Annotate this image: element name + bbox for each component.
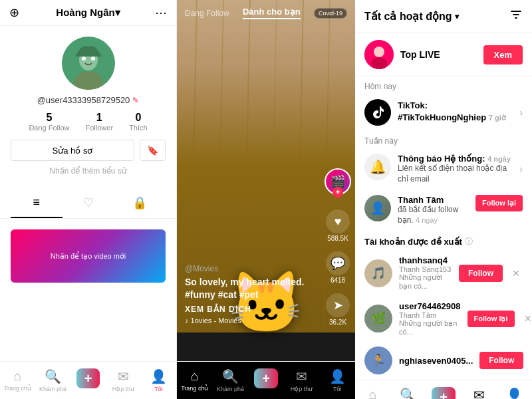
video-description: So lovely, my heart melted. #funny #cat … bbox=[185, 276, 307, 302]
bio-hint[interactable]: Nhấn để thêm tiểu sử bbox=[49, 166, 126, 176]
info-icon: ⓘ bbox=[465, 236, 473, 247]
suggest-sub-2: Thanh Tâm bbox=[399, 311, 461, 319]
arrow-icon: › bbox=[519, 164, 523, 174]
tiktok-notif-content: TikTok: #TikTokHuongNghiep 7 giờ bbox=[398, 99, 513, 123]
video-nav-create[interactable]: + bbox=[248, 366, 284, 395]
nav-home[interactable]: ⌂ Trang chủ bbox=[0, 366, 35, 395]
suggest-sub2-1: Những người bạn có... bbox=[399, 273, 452, 291]
bell-icon: 🔔 bbox=[364, 154, 391, 180]
suggestion-2: 🌿 user764462908 Thanh Tâm Những người bạ… bbox=[355, 296, 532, 341]
video-nav-explore[interactable]: 🔍 Khám phá bbox=[213, 366, 249, 395]
following-stat: 5 Đang Follow bbox=[29, 112, 69, 132]
svg-point-3 bbox=[82, 57, 86, 61]
inbox-icon: ✉ bbox=[473, 387, 485, 399]
covid-badge[interactable]: Covid-19 bbox=[314, 8, 347, 19]
follow-button-1[interactable]: Follow bbox=[459, 265, 503, 282]
notifications-bottom-nav: ⌂ Trang chủ 🔍 Khám phá + ✉ Hộp thư 👤 Tôi bbox=[355, 380, 532, 399]
comment-icon: 💬 bbox=[326, 251, 350, 275]
edit-profile-button[interactable]: Sửa hồ sơ bbox=[11, 140, 134, 161]
tab-for-you[interactable]: Dành cho bạn bbox=[243, 7, 301, 19]
suggested-title: Tài khoản được đề xuất bbox=[364, 237, 462, 247]
follow-button-3[interactable]: Follow bbox=[479, 352, 523, 369]
explore-label: Khám phá bbox=[39, 386, 66, 392]
tiktok-icon bbox=[364, 99, 391, 126]
notifications-title: Tất cả hoạt động ▾ bbox=[364, 10, 459, 23]
nav-profile[interactable]: 👤 Tôi bbox=[141, 366, 176, 395]
video-bottom-nav: ⌂ Trang chủ 🔍 Khám phá + ✉ Hộp thư 👤 Tôi bbox=[177, 361, 355, 399]
add-user-icon[interactable]: ⊕ bbox=[9, 5, 19, 20]
follow-back-button[interactable]: Follow lại bbox=[475, 195, 523, 211]
action-buttons: Sửa hồ sơ 🔖 bbox=[0, 140, 176, 161]
home-icon: ⌂ bbox=[369, 387, 377, 399]
video-nav-home[interactable]: ⌂ Trang chủ bbox=[177, 366, 213, 395]
notif-nav-create[interactable]: + bbox=[426, 384, 461, 399]
nav-create[interactable]: + bbox=[70, 366, 106, 395]
notifications-panel: Tất cả hoạt động ▾ Top LIVE Xem Hôm nay bbox=[355, 0, 532, 399]
notif-nav-home[interactable]: ⌂ Trang chủ bbox=[355, 384, 390, 399]
thanhtam-notif-content: Thanh Tâm đã bắt đầu follow bạn. 4 ngày bbox=[398, 195, 469, 225]
search-icon: 🔍 bbox=[222, 368, 239, 384]
create-video-banner[interactable]: Nhấn để tạo video mới bbox=[11, 229, 166, 283]
search-icon: 🔍 bbox=[400, 387, 416, 399]
comment-action[interactable]: 💬 6418 bbox=[326, 251, 350, 284]
home-icon: ⌂ bbox=[13, 368, 21, 384]
dismiss-button-2[interactable]: ✕ bbox=[521, 313, 532, 324]
video-nav-profile[interactable]: 👤 Tôi bbox=[319, 366, 355, 395]
filter-icon[interactable] bbox=[509, 8, 523, 25]
notif-nav-explore[interactable]: 🔍 Khám phá bbox=[390, 384, 426, 399]
create-icon: + bbox=[432, 387, 456, 399]
like-icon: ♥ bbox=[326, 209, 350, 233]
profile-panel: ⊕ Hoàng Ngân▾ ⋯ @user43333958729520 ✎ 5 … bbox=[0, 0, 177, 399]
video-panel: 🐱 Đang Follow Dành cho bạn Covid-19 @Mov… bbox=[177, 0, 355, 399]
suggest-name-3: nghiaseven0405... bbox=[399, 356, 473, 366]
video-music: ♪ 1ovies - Movies bbox=[185, 317, 307, 325]
video-actions: 🎬 + ♥ 588.5K 💬 6418 ➤ 36.2K bbox=[325, 168, 351, 326]
video-see-more[interactable]: XEM BẢN DỊCH bbox=[185, 305, 307, 314]
arrow-icon: › bbox=[519, 107, 523, 118]
like-action[interactable]: ♥ 588.5K bbox=[326, 209, 350, 242]
tab-following[interactable]: Đang Follow bbox=[185, 9, 229, 18]
video-creator-avatar[interactable]: 🎬 + bbox=[325, 168, 351, 195]
tiktok-notification[interactable]: TikTok: #TikTokHuongNghiep 7 giờ › bbox=[355, 94, 532, 131]
suggest-avatar-2: 🌿 bbox=[364, 305, 392, 332]
profile-label: Tôi bbox=[154, 386, 163, 392]
system-notif-text: Liên kết số điện thoại hoặc địa chỉ emai… bbox=[398, 164, 513, 184]
home-label: Trang chủ bbox=[4, 385, 31, 392]
content-grid: Nhấn để tạo video mới bbox=[0, 219, 176, 361]
bookmark-button[interactable]: 🔖 bbox=[140, 140, 166, 161]
suggest-info-2: user764462908 Thanh Tâm Những người bạn … bbox=[399, 301, 461, 336]
profile-icon: 👤 bbox=[150, 368, 167, 384]
share-action[interactable]: ➤ 36.2K bbox=[326, 293, 350, 326]
nav-explore[interactable]: 🔍 Khám phá bbox=[35, 366, 70, 395]
inbox-label: Hộp thư bbox=[291, 386, 313, 392]
profile-bottom-nav: ⌂ Trang chủ 🔍 Khám phá + ✉ Hộp thư 👤 Tôi bbox=[0, 361, 176, 399]
edit-username-icon[interactable]: ✎ bbox=[132, 96, 139, 105]
likes-stat: 0 Thích bbox=[129, 112, 148, 132]
profile-icon: 👤 bbox=[506, 387, 523, 399]
follow-again-button-2[interactable]: Follow lại bbox=[467, 311, 515, 327]
today-label: Hôm nay bbox=[355, 76, 532, 94]
suggest-avatar-1: 🎵 bbox=[364, 259, 392, 287]
notif-nav-inbox[interactable]: ✉ Hộp thư bbox=[462, 384, 497, 399]
like-count: 588.5K bbox=[327, 235, 348, 242]
view-live-button[interactable]: Xem bbox=[483, 45, 523, 65]
tab-private[interactable]: 🔒 bbox=[114, 189, 166, 218]
suggest-sub-1: Thanh Sanq153 bbox=[399, 265, 452, 273]
follow-plus[interactable]: + bbox=[332, 187, 343, 198]
notif-nav-profile[interactable]: 👤 Tôi bbox=[497, 384, 532, 399]
dismiss-button-1[interactable]: ✕ bbox=[509, 268, 523, 279]
video-nav-inbox[interactable]: ✉ Hộp thư bbox=[284, 366, 320, 395]
system-notification[interactable]: 🔔 Thông báo Hệ thống: 4 ngày Liên kết số… bbox=[355, 148, 532, 190]
system-notif-content: Thông báo Hệ thống: 4 ngày Liên kết số đ… bbox=[398, 154, 513, 184]
tab-videos[interactable]: ≡ bbox=[11, 189, 63, 218]
lock-icon: 🔒 bbox=[132, 196, 147, 210]
more-options-icon[interactable]: ⋯ bbox=[155, 5, 167, 20]
video-username[interactable]: @Movies bbox=[185, 264, 307, 273]
tab-liked[interactable]: ♡ bbox=[63, 189, 114, 218]
thanhtam-notification[interactable]: 👤 Thanh Tâm đã bắt đầu follow bạn. 4 ngà… bbox=[355, 190, 532, 231]
profile-section: @user43333958729520 ✎ 5 Đang Follow 1 Fo… bbox=[0, 26, 176, 189]
inbox-label: Hộp thư bbox=[112, 386, 135, 392]
nav-inbox[interactable]: ✉ Hộp thư bbox=[106, 366, 141, 395]
create-video-text: Nhấn để tạo video mới bbox=[51, 252, 126, 261]
username-display: @user43333958729520 ✎ bbox=[37, 95, 140, 105]
